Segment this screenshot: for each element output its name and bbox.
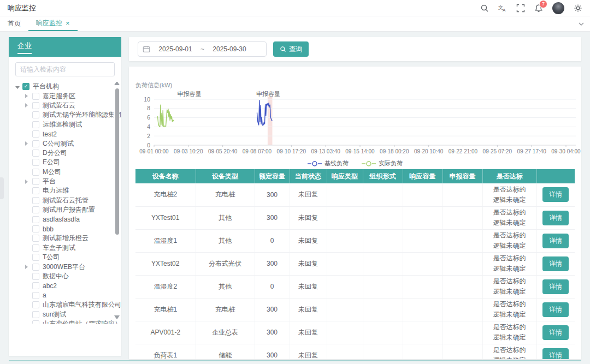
tree-checkbox[interactable]	[32, 273, 39, 280]
legend-item[interactable]: 实际负荷	[362, 159, 403, 168]
cell-response-type	[327, 183, 363, 206]
tree-item[interactable]: test2	[9, 129, 121, 139]
detail-button[interactable]: 详情	[542, 348, 569, 360]
tree-checkbox[interactable]	[32, 178, 39, 185]
detail-button[interactable]: 详情	[542, 302, 569, 317]
scroll-up-icon[interactable]	[114, 82, 120, 86]
tree-item[interactable]: 山东瑞宸电气科技有限公司	[9, 300, 121, 309]
chevron-down-icon[interactable]	[578, 16, 585, 31]
cell-response-capacity	[403, 298, 442, 321]
tree-caret-icon[interactable]	[15, 83, 21, 91]
tree-caret-icon[interactable]	[25, 140, 31, 147]
tree-item[interactable]: 测试用户报告配置	[9, 205, 121, 214]
tree-checkbox[interactable]	[32, 292, 39, 299]
tree-checkbox[interactable]	[32, 216, 39, 223]
date-range-picker[interactable]: 2025-09-01 ~ 2025-09-30	[138, 41, 267, 57]
tree-item[interactable]: E公司	[9, 158, 121, 167]
tab-home[interactable]: 首页	[0, 16, 28, 31]
tree-caret-icon[interactable]	[25, 263, 31, 271]
tree-checkbox[interactable]	[32, 282, 39, 289]
tree-checkbox[interactable]	[32, 169, 39, 176]
bell-icon[interactable]: 7	[534, 4, 543, 13]
detail-button[interactable]: 详情	[542, 325, 569, 340]
tree-item[interactable]: a	[9, 291, 121, 300]
tree-item[interactable]: 3000WEB平台	[9, 262, 121, 271]
scrollbar-thumb[interactable]	[115, 88, 119, 235]
tree-item[interactable]: M公司	[9, 168, 121, 177]
detail-button[interactable]: 详情	[542, 187, 569, 202]
tree-item[interactable]: C公司测试	[9, 139, 121, 148]
tree-item[interactable]: 测试萤石云	[9, 101, 121, 110]
legend-marker-icon	[362, 161, 376, 166]
tree-item[interactable]: T公司	[9, 253, 121, 262]
end-date-field[interactable]: 2025-09-30	[206, 45, 252, 53]
tree-item[interactable]: bbb	[9, 224, 121, 234]
avatar[interactable]	[552, 2, 564, 14]
cell-response-capacity	[403, 252, 442, 275]
tree-checkbox[interactable]	[32, 93, 39, 100]
start-date-field[interactable]: 2025-09-01	[152, 45, 198, 53]
tree-checkbox[interactable]	[32, 225, 39, 232]
tree-item[interactable]: 嘉定服务区	[9, 91, 121, 100]
query-button[interactable]: 查询	[273, 41, 309, 57]
tree-item[interactable]: 测试萤石云托管	[9, 196, 121, 205]
tree-checkbox[interactable]	[32, 320, 39, 324]
tree-item[interactable]: 车盒子测试	[9, 243, 121, 253]
translate-icon[interactable]: 文A	[498, 4, 507, 13]
cell-compliance: 是否达标的逻辑未确定	[482, 298, 536, 321]
tree-item[interactable]: sun测试	[9, 309, 121, 319]
tree-item[interactable]: 测试新增乐橙云	[9, 234, 121, 243]
tree-checkbox[interactable]	[32, 301, 39, 308]
tree-checkbox[interactable]	[32, 121, 39, 128]
tree-checkbox[interactable]	[32, 311, 39, 318]
tree-checkbox[interactable]	[32, 159, 39, 166]
detail-button[interactable]: 详情	[542, 211, 569, 225]
cell-response-type	[327, 252, 363, 275]
tree-caret-icon[interactable]	[25, 178, 31, 186]
tree-item[interactable]: 平台	[9, 177, 121, 186]
tree-checkbox[interactable]	[32, 111, 39, 118]
table-row: YXTest01其他300未回复是否达标的逻辑未确定详情	[135, 206, 575, 229]
tree-item[interactable]: 测试无锡华光环能能源集团股份	[9, 110, 121, 120]
tree-checkbox[interactable]: ✓	[22, 83, 30, 90]
tree-item[interactable]: D分公司	[9, 148, 121, 158]
tree-item[interactable]: asdfasfasdfa	[9, 214, 121, 224]
settings-icon[interactable]	[574, 4, 582, 13]
cell-response-type	[327, 344, 363, 359]
tree-checkbox[interactable]	[32, 140, 39, 147]
tree-checkbox[interactable]	[32, 254, 39, 261]
column-header	[536, 169, 575, 183]
tree-checkbox[interactable]	[32, 235, 39, 242]
tree-caret-icon[interactable]	[25, 92, 31, 100]
fullscreen-icon[interactable]	[516, 4, 525, 13]
tab-close-icon[interactable]: ×	[66, 19, 70, 27]
tree-checkbox[interactable]	[32, 244, 39, 252]
tree-item-label: 平台	[43, 177, 56, 186]
tree-item[interactable]: 电力运维	[9, 186, 121, 195]
tree-checkbox[interactable]	[32, 130, 39, 138]
tree-checkbox[interactable]	[32, 187, 39, 194]
search-icon[interactable]	[480, 4, 489, 13]
tree-checkbox[interactable]	[32, 197, 39, 204]
tree-caret-icon[interactable]	[25, 102, 31, 109]
tree-item[interactable]: ✓平台机构	[9, 82, 121, 91]
scroll-down-icon[interactable]	[114, 315, 120, 320]
detail-button[interactable]: 详情	[542, 256, 569, 271]
tree-checkbox[interactable]	[32, 206, 39, 213]
detail-button[interactable]: 详情	[542, 279, 569, 294]
tree-item[interactable]: 山东变价电站（需求响应）	[9, 319, 121, 324]
cell-compliance: 是否达标的逻辑未确定	[482, 229, 536, 252]
tree-search-input[interactable]	[15, 62, 115, 76]
svg-text:6: 6	[147, 114, 150, 121]
tab-response-monitor[interactable]: 响应监控 ×	[28, 16, 78, 31]
sidebar-collapse-handle[interactable]	[0, 177, 4, 199]
tree-checkbox[interactable]	[32, 102, 39, 109]
tree-checkbox[interactable]	[32, 264, 39, 271]
tree-item[interactable]: 运维巡检测试	[9, 120, 121, 129]
cell-device-name: 负荷表1	[135, 344, 196, 359]
tree-checkbox[interactable]	[32, 150, 39, 157]
tree-item[interactable]: 数据中心	[9, 272, 121, 281]
legend-item[interactable]: 基线负荷	[308, 159, 349, 168]
tree-item[interactable]: abc2	[9, 281, 121, 290]
detail-button[interactable]: 详情	[542, 234, 569, 248]
